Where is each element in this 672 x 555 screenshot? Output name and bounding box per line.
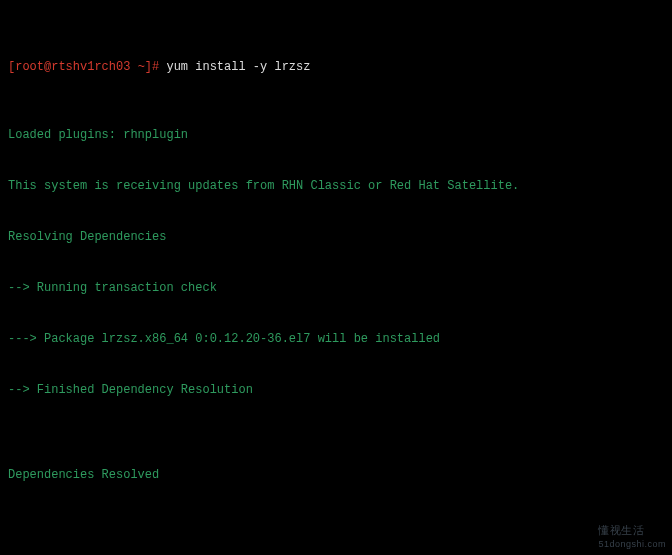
watermark-text-cn: 懂视生活 bbox=[598, 524, 644, 536]
prompt-cwd: ~ bbox=[138, 60, 145, 74]
output-line: This system is receiving updates from RH… bbox=[8, 178, 664, 195]
terminal-screen[interactable]: [root@rtshv1rch03 ~]# yum install -y lrz… bbox=[0, 0, 672, 555]
output-line: Dependencies Resolved bbox=[8, 467, 664, 484]
output-line: --> Running transaction check bbox=[8, 280, 664, 297]
output-line: ---> Package lrzsz.x86_64 0:0.12.20-36.e… bbox=[8, 331, 664, 348]
output-line: Loaded plugins: rhnplugin bbox=[8, 127, 664, 144]
watermark-text-en: 51dongshi.com bbox=[598, 539, 666, 549]
prompt-user: [root@rtshv1rch03 bbox=[8, 60, 138, 74]
command-text: yum install -y lrzsz bbox=[166, 60, 310, 74]
output-line: Resolving Dependencies bbox=[8, 229, 664, 246]
output-line: --> Finished Dependency Resolution bbox=[8, 382, 664, 399]
prompt-line: [root@rtshv1rch03 ~]# yum install -y lrz… bbox=[8, 59, 664, 76]
prompt-close: ]# bbox=[145, 60, 167, 74]
watermark: 懂视生活 51dongshi.com bbox=[598, 522, 666, 549]
